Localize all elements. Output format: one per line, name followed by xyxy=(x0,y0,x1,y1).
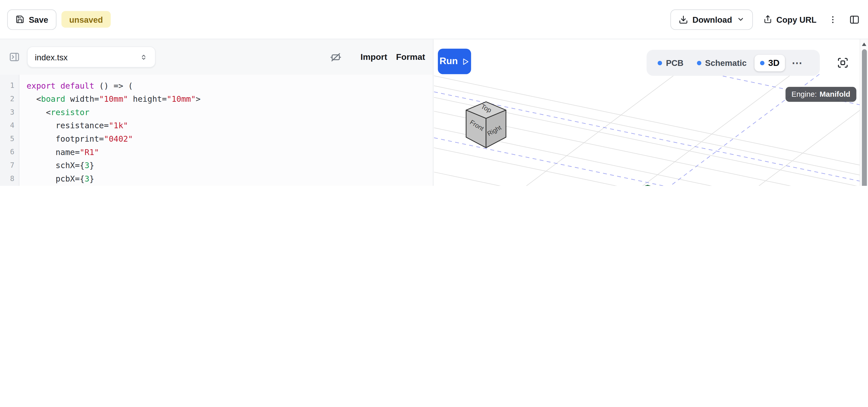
share-icon xyxy=(763,15,772,24)
save-button-label: Save xyxy=(29,15,48,24)
run-button[interactable]: Run xyxy=(438,49,471,74)
code-line: 1export default () => ( xyxy=(0,79,433,92)
play-icon xyxy=(461,57,469,66)
line-number: 1 xyxy=(0,79,20,92)
code-line: 2 <board width="10mm" height="10mm"> xyxy=(0,92,433,106)
run-button-label: Run xyxy=(439,56,458,67)
copy-url-label: Copy URL xyxy=(776,15,816,24)
engine-badge-label: Engine: xyxy=(792,90,817,98)
code-line: 5 footprint="0402" xyxy=(0,132,433,146)
toggle-sidebar-button[interactable] xyxy=(848,13,861,26)
component-disabled-icon[interactable] xyxy=(330,51,342,63)
tab-schematic-label: Schematic xyxy=(705,58,746,67)
code-area[interactable]: 1export default () => (2 <board width="1… xyxy=(0,75,433,186)
line-number: 7 xyxy=(0,159,20,172)
tab-3d[interactable]: 3D xyxy=(754,55,785,71)
scrollbar-thumb[interactable] xyxy=(862,49,867,186)
select-chevrons-icon xyxy=(140,53,148,61)
tab-pcb[interactable]: PCB xyxy=(652,55,689,71)
schematic-status-dot xyxy=(697,61,701,65)
more-options-button[interactable] xyxy=(827,13,839,25)
pcb-status-dot xyxy=(657,61,662,65)
page-scrollbar[interactable] xyxy=(860,39,868,186)
download-button-label: Download xyxy=(692,15,732,24)
fullscreen-icon xyxy=(837,57,848,69)
download-button[interactable]: Download xyxy=(670,9,752,30)
engine-badge-value: Manifold xyxy=(819,90,850,98)
code-line: 3 <resistor xyxy=(0,106,433,119)
code-line: 7 schX={3} xyxy=(0,159,433,172)
line-number: 8 xyxy=(0,172,20,185)
unsaved-status-badge: unsaved xyxy=(61,11,111,28)
file-selector[interactable]: index.tsx xyxy=(27,46,155,67)
view-mode-tabs: PCB Schematic 3D ⋯ xyxy=(647,50,820,76)
kebab-menu-icon xyxy=(828,15,837,24)
editor-toolbar: index.tsx Import Format xyxy=(0,39,433,75)
format-button[interactable]: Format xyxy=(396,52,425,62)
chevron-down-icon xyxy=(737,15,744,23)
app-window: Save unsaved Download Copy URL xyxy=(0,0,868,186)
expand-panel-button[interactable] xyxy=(8,50,21,64)
panel-open-icon xyxy=(9,52,20,63)
tab-schematic[interactable]: Schematic xyxy=(691,55,752,71)
3d-status-dot xyxy=(760,61,765,65)
import-button[interactable]: Import xyxy=(361,52,387,62)
file-name: index.tsx xyxy=(35,52,68,62)
engine-badge: Engine: Manifold xyxy=(785,87,857,102)
save-icon xyxy=(16,15,24,24)
more-views-button[interactable]: ⋯ xyxy=(787,57,807,69)
code-line: 8 pcbX={3} xyxy=(0,172,433,185)
copy-url-button[interactable]: Copy URL xyxy=(762,15,817,24)
save-button[interactable]: Save xyxy=(7,9,56,30)
code-line: 6 name="R1" xyxy=(0,145,433,159)
top-toolbar: Save unsaved Download Copy URL xyxy=(0,0,868,39)
tab-pcb-label: PCB xyxy=(666,58,683,67)
topbar-right-group: Download Copy URL xyxy=(670,9,861,30)
line-number: 6 xyxy=(0,145,20,159)
tab-3d-label: 3D xyxy=(768,58,780,68)
scroll-up-arrow-icon[interactable] xyxy=(862,43,867,46)
line-number: 5 xyxy=(0,132,20,146)
code-editor-panel: index.tsx Import Format 1export default … xyxy=(0,39,434,186)
panel-layout-icon xyxy=(849,14,860,25)
view-cube[interactable]: Top Front Right xyxy=(466,102,506,148)
code-line: 4 resistance="1k" xyxy=(0,119,433,132)
fullscreen-button[interactable] xyxy=(834,57,852,69)
code-line: 9 /> xyxy=(0,185,433,186)
download-icon xyxy=(679,15,688,24)
preview-3d-panel: C1 R1 Top Front Right Run PCB xyxy=(434,39,864,186)
line-number: 2 xyxy=(0,92,20,106)
line-number: 4 xyxy=(0,119,20,132)
line-number: 3 xyxy=(0,106,20,119)
line-number: 9 xyxy=(0,185,20,186)
